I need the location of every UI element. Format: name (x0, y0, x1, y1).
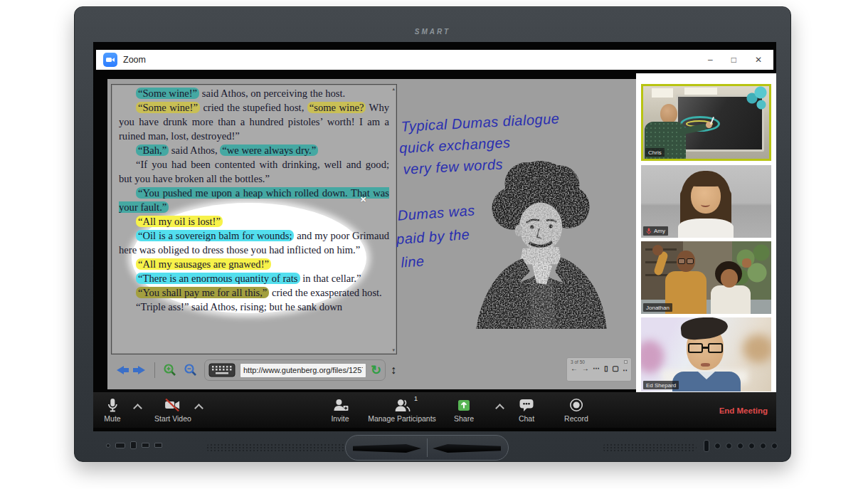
highlighted-text: “we were always dry.” (220, 144, 318, 156)
scroll-down-icon[interactable]: ▾ (392, 347, 395, 352)
power-button[interactable] (704, 440, 709, 452)
scroll-up-icon[interactable]: ▴ (392, 86, 395, 91)
mute-options-chevron[interactable] (133, 404, 142, 413)
participants-icon (393, 397, 411, 413)
stylus-pen-left[interactable] (353, 444, 421, 453)
control-button[interactable] (748, 443, 755, 449)
share-options-chevron[interactable] (495, 404, 504, 413)
control-button[interactable] (726, 443, 732, 449)
person-mouth (701, 363, 710, 367)
invite-label: Invite (331, 414, 349, 423)
pager-buttons-row: ← → ⋯ ▯ ▢ ‥ (571, 365, 628, 372)
highlighted-text: “All my sausages are gnawed!” (136, 258, 271, 270)
browser-toolbar: ↻ ↕ (111, 357, 398, 384)
screen: Zoom – □ ✕ “Some wine!” said Athos, on p… (93, 42, 776, 431)
address-bar-group: ↻ (204, 359, 386, 381)
back-icon[interactable] (117, 366, 124, 374)
background-blur (743, 335, 771, 363)
pager-back-icon[interactable]: ← (571, 365, 578, 372)
zoom-in-icon[interactable] (163, 363, 177, 377)
participant-tile-jonathan[interactable]: Jonathan (641, 241, 771, 314)
participant-count-badge: 1 (414, 395, 418, 402)
dumas-portrait-sketch (455, 154, 634, 331)
person-body (678, 219, 734, 238)
muted-mic-icon (646, 228, 652, 235)
control-button[interactable] (714, 443, 721, 449)
pen-tray (345, 435, 509, 461)
url-input[interactable] (240, 363, 366, 378)
glasses-icon (678, 258, 685, 264)
pager-page-icon[interactable]: ▯ (604, 365, 608, 372)
input-port-icon (154, 443, 162, 448)
manage-participants-button[interactable]: 1 Manage Participants (368, 397, 436, 423)
participant-name: Amy (654, 228, 665, 234)
shared-screen: “Some wine!” said Athos, on perceiving t… (107, 79, 636, 389)
maximize-button[interactable]: □ (731, 56, 736, 64)
pager-forward-icon[interactable]: → (582, 365, 589, 372)
window-title: Zoom (123, 55, 146, 65)
participant-tile-amy[interactable]: Amy (641, 165, 771, 238)
spotlight-close-button[interactable]: ✕ (360, 195, 366, 204)
video-off-icon (164, 397, 182, 413)
participant-name-tag: Ed Shepard (643, 381, 679, 389)
person-smile (701, 202, 710, 207)
control-button[interactable] (771, 443, 778, 449)
document-page[interactable]: “Some wine!” said Athos, on perceiving t… (111, 84, 397, 354)
record-button[interactable]: Record (564, 397, 588, 423)
participant-name-tag: Chris (645, 148, 665, 157)
document-paragraph: “If you had been contented with drinking… (119, 157, 389, 186)
highlighted-text: “You shall pay me for all this,” (136, 287, 269, 298)
manage-participants-label: Manage Participants (368, 414, 436, 423)
record-icon (568, 397, 584, 413)
resize-toolbar-icon[interactable]: ↕ (391, 364, 396, 377)
participant-tile-ed[interactable]: Ed Shepard (641, 317, 771, 391)
share-button[interactable]: Share (454, 397, 474, 423)
person-hair (688, 174, 724, 186)
control-button[interactable] (760, 443, 766, 449)
control-button[interactable] (737, 443, 743, 449)
smart-logo: SMART (75, 28, 790, 36)
participant-name: Jonathan (646, 305, 669, 311)
participant-tile-chris[interactable]: Chris (641, 84, 771, 161)
speaker-grille-left (206, 443, 356, 452)
pager-screen-icon[interactable]: ▢ (612, 365, 618, 372)
control-buttons (704, 440, 778, 452)
pager-more-icon[interactable]: ⋯ (593, 365, 600, 372)
body-text: “If you had been contented with drinking… (119, 159, 389, 184)
keyboard-button[interactable] (208, 363, 235, 377)
participant-name: Chris (648, 149, 662, 156)
close-button[interactable]: ✕ (755, 56, 762, 64)
body-text: cried the stupefied host, (200, 102, 307, 113)
forward-icon[interactable] (138, 366, 145, 374)
pager-more2-icon[interactable]: ‥ (623, 365, 628, 372)
zoom-app-icon (103, 53, 117, 67)
stylus-pen-right[interactable] (433, 444, 501, 453)
document-paragraph: “Some wine!” said Athos, on perceiving t… (119, 86, 389, 100)
highlighted-text: “You pushed me upon a heap which rolled … (119, 187, 389, 213)
page-counter: 3 of 50 (571, 359, 585, 364)
start-video-button[interactable]: Start Video (154, 397, 191, 423)
body-text: said Athos, on perceiving the host. (199, 88, 345, 99)
record-label: Record (564, 414, 588, 423)
hdmi-port-icon (130, 441, 137, 449)
document-paragraph: “You pushed me upon a heap which rolled … (119, 186, 389, 214)
document-paragraph: “You shall pay me for all this,” cried t… (119, 285, 389, 300)
child-hand (742, 258, 751, 268)
start-video-label: Start Video (154, 414, 191, 423)
mute-button[interactable]: Mute (104, 397, 120, 423)
chat-button[interactable]: Chat (518, 397, 535, 423)
document-text: “Some wine!” said Athos, on perceiving t… (112, 85, 396, 354)
minimize-button[interactable]: – (708, 56, 713, 64)
zoom-out-icon[interactable] (184, 363, 198, 377)
plush-toy (745, 86, 768, 112)
participants-sidebar: Chris (636, 73, 776, 392)
highlighted-text: “Some wine!” (136, 88, 199, 99)
end-meeting-button[interactable]: End Meeting (719, 406, 768, 415)
invite-button[interactable]: Invite (331, 397, 349, 423)
participant-name-tag: Amy (643, 226, 668, 236)
ink-annotation-paid: Dumas was paid by the line (397, 199, 480, 274)
background-blur (641, 340, 664, 373)
refresh-button[interactable]: ↻ (371, 364, 381, 377)
video-options-chevron[interactable] (194, 404, 203, 413)
ink-annotation-dialogue: Typical Dumas dialogue quick exchanges v… (401, 107, 562, 180)
